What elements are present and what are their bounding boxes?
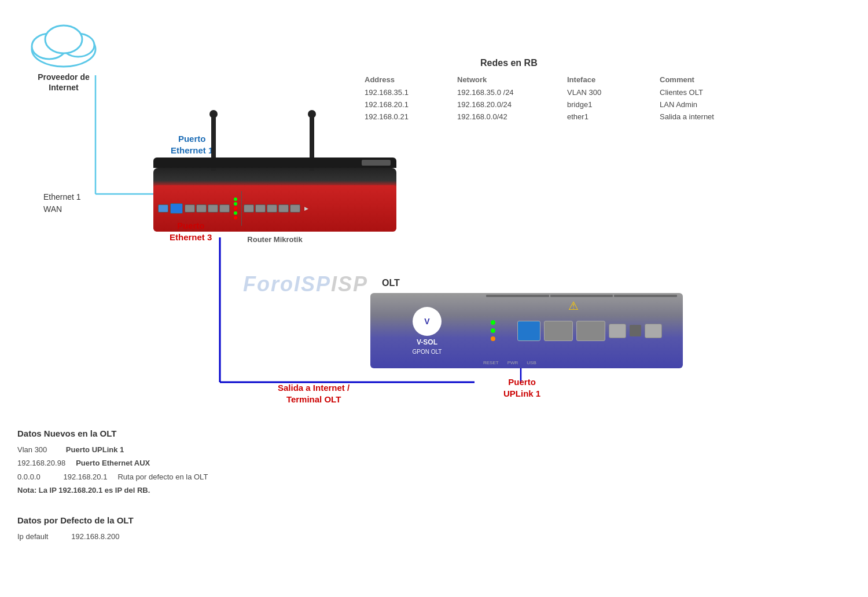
- col-header-network: Network: [457, 75, 561, 86]
- redes-title: Redes en RB: [480, 58, 538, 68]
- row1-comment: Clientes OLT: [660, 87, 764, 98]
- row1-network: 192.168.35.0 /24: [457, 87, 561, 98]
- router-port-group-2: [244, 204, 300, 213]
- olt-ports-area: [501, 321, 678, 341]
- datos-nuevos-row1: Vlan 300 Puerto UPLink 1: [17, 443, 336, 456]
- row1-address: 192.168.35.1: [365, 87, 451, 98]
- olt-brand: V-SOL: [417, 338, 437, 346]
- row3-comment: Salida a internet: [660, 111, 764, 122]
- olt-port-ge1: [544, 321, 573, 341]
- antenna-top-right-icon: [308, 110, 316, 118]
- led-5: [234, 216, 237, 219]
- row2-address: 192.168.20.1: [365, 99, 451, 110]
- row2-interface: bridge1: [567, 99, 654, 110]
- antenna-top-left-icon: [209, 110, 218, 118]
- router-port-eth3: [196, 204, 207, 213]
- olt-port-label-reset: RESET: [483, 360, 499, 365]
- col-header-comment: Comment: [660, 75, 764, 86]
- olt-vents: [486, 295, 677, 297]
- led-group-left: [234, 197, 237, 219]
- olt-port-ge2: [576, 321, 605, 341]
- uplink-label: Puerto UPLink 1: [503, 376, 540, 399]
- olt-model: GPON OLT: [413, 349, 442, 355]
- router-port-label-right: ▶: [304, 206, 308, 211]
- datos-nuevos-row3: 0.0.0.0 192.168.20.1 Ruta por defecto en…: [17, 470, 336, 484]
- led-1: [234, 197, 237, 201]
- olt-status-leds: [491, 320, 495, 341]
- network-table-grid: Address Network Inteface Comment 192.168…: [365, 75, 770, 122]
- router-port-eth1: [170, 203, 183, 214]
- row1-interface: VLAN 300: [567, 87, 654, 98]
- olt-led-warn: [491, 336, 495, 341]
- datos-nuevos-row2: 192.168.20.98 Puerto Ethernet AUX: [17, 456, 336, 470]
- row3-interface: ether1: [567, 111, 654, 122]
- row2-network: 192.168.20.0/24: [457, 99, 561, 110]
- watermark: ForoISPISP: [243, 272, 368, 296]
- router-port-eth8: [267, 204, 277, 213]
- row2-comment: LAN Admin: [660, 99, 764, 110]
- olt-port-labels: RESET PWR USB: [483, 360, 536, 365]
- datos-defecto-section: Datos por Defecto de la OLT Ip default 1…: [17, 515, 307, 543]
- eth3-label: Puerto Ethernet 3: [170, 220, 212, 243]
- olt-led-pon: [491, 328, 495, 333]
- olt-port-sfp1: [609, 324, 626, 338]
- olt-title: OLT: [382, 278, 694, 288]
- olt-port-uplink1: [517, 321, 540, 341]
- col-header-address: Address: [365, 75, 451, 86]
- cloud-label: Proveedor de Internet: [17, 72, 110, 93]
- router-port-eth2: [185, 204, 195, 213]
- olt-port-type2: [645, 324, 662, 338]
- olt-device: V V-SOL GPON OLT ⚠ RESET PWR USB: [370, 293, 683, 368]
- row3-address: 192.168.0.21: [365, 111, 451, 122]
- olt-container: OLT V V-SOL GPON OLT ⚠: [370, 278, 694, 368]
- olt-led-sys: [491, 320, 495, 325]
- datos-nuevos-title: Datos Nuevos en la OLT: [17, 428, 336, 438]
- svg-point-8: [45, 25, 82, 53]
- row3-network: 192.168.0.0/42: [457, 111, 561, 122]
- led-4: [234, 211, 237, 215]
- router-port-eth7: [255, 204, 266, 213]
- wan-label: Ethernet 1 WAN: [43, 191, 81, 215]
- olt-port-console: [630, 325, 641, 336]
- datos-nuevos-nota: Nota: La IP 192.168.20.1 es IP del RB.: [17, 484, 336, 497]
- router-port-eth5: [219, 204, 230, 213]
- network-table: Address Network Inteface Comment 192.168…: [365, 75, 770, 122]
- eth1-label: Puerto Ethernet 1: [171, 133, 213, 156]
- datos-defecto-title: Datos por Defecto de la OLT: [17, 515, 307, 525]
- router-port-eth4: [208, 204, 218, 213]
- router-port-group-1: [185, 204, 230, 213]
- led-3: [234, 207, 237, 210]
- router-port-eth10: [290, 204, 300, 213]
- datos-nuevos-rows: Vlan 300 Puerto UPLink 1 192.168.20.98 P…: [17, 443, 336, 497]
- router-port-eth9: [278, 204, 289, 213]
- col-header-interface: Inteface: [567, 75, 654, 86]
- datos-nuevos-section: Datos Nuevos en la OLT Vlan 300 Puerto U…: [17, 428, 336, 497]
- isp-cloud: .cloud-path { fill: white; stroke: #5bc8…: [17, 17, 110, 93]
- router-port-sfp: [158, 204, 168, 213]
- cloud-icon: .cloud-path { fill: white; stroke: #5bc8…: [23, 17, 104, 69]
- olt-port-label-pwr: PWR: [507, 360, 518, 365]
- datos-defecto-rows: Ip default 192.168.8.200: [17, 530, 307, 543]
- led-2: [234, 202, 237, 206]
- olt-port-label-usb: USB: [527, 360, 536, 365]
- salida-label: Salida a Internet / Terminal OLT: [278, 382, 350, 405]
- olt-logo: V: [413, 307, 442, 336]
- warning-icon: ⚠: [568, 299, 579, 313]
- olt-left-panel: V V-SOL GPON OLT: [375, 298, 479, 364]
- router-port-eth6: [244, 204, 254, 213]
- router-top-bar: [153, 158, 396, 168]
